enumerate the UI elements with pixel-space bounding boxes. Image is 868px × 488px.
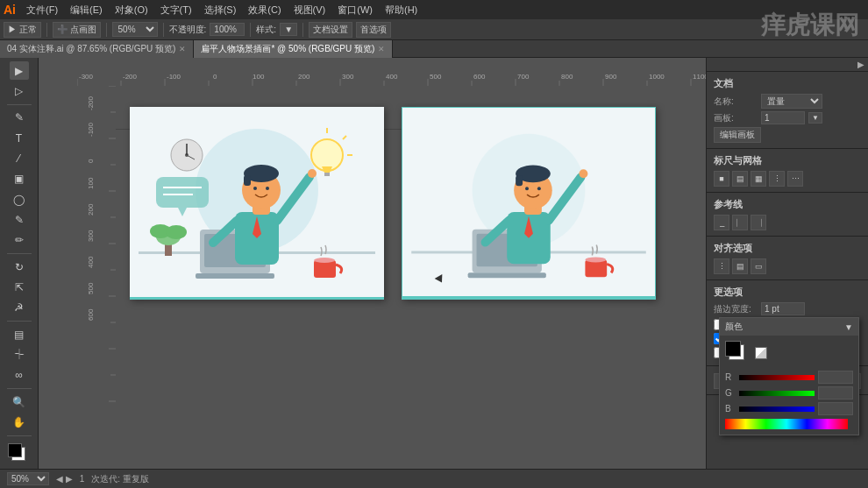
panel-collapse-btn[interactable]: ▶ — [857, 60, 864, 69]
snap-icon-3[interactable]: ▭ — [751, 258, 766, 274]
rulers-icon-1[interactable]: ■ — [714, 171, 729, 187]
svg-rect-77 — [156, 177, 209, 208]
status-pages-label: 次迭代: 重复版 — [91, 473, 149, 485]
tool-rotate[interactable]: ↻ — [10, 258, 29, 276]
rulers-icon-4[interactable]: ⋮ — [769, 171, 785, 187]
color-panel-collapse[interactable]: ▼ — [844, 322, 853, 332]
b-slider[interactable] — [739, 407, 815, 412]
menu-help[interactable]: 帮助(H) — [380, 2, 423, 18]
tool-eyedropper[interactable]: ⏆ — [10, 345, 29, 364]
panel-name-select[interactable]: 置量 — [761, 94, 822, 109]
svg-text:1000: 1000 — [649, 73, 665, 81]
svg-text:1100: 1100 — [693, 73, 706, 81]
tab-1[interactable]: 04 实体注释.ai @ 87.65% (RGB/GPU 预览) ✕ — [0, 40, 194, 58]
tool-blend[interactable]: ∞ — [10, 366, 29, 385]
b-input[interactable] — [818, 402, 853, 415]
menu-view[interactable]: 视图(V) — [288, 2, 331, 18]
left-toolbar: ▶ ▷ ✎ T ∕ ▣ ◯ ✎ ✏ ↻ ⇱ ☭ ▤ ⏆ ∞ 🔍 ✋ — [0, 58, 39, 488]
svg-point-67 — [253, 187, 257, 190]
panel-snap-title: 对齐选项 — [714, 242, 861, 255]
panel-rulers-section: 标尺与网格 ■ ▤ ▦ ⋮ ⋯ — [707, 149, 868, 193]
tool-brush[interactable]: ✎ — [10, 210, 29, 229]
tool-separator-3 — [7, 321, 32, 322]
guides-icon-2[interactable]: ⎸ — [732, 215, 748, 230]
menu-file[interactable]: 文件(F) — [21, 2, 63, 18]
doc-settings-btn[interactable]: 文档设置 — [309, 22, 352, 38]
toolbar-mode-selector[interactable]: ▶ 正常 — [4, 22, 41, 38]
tool-zoom[interactable]: 🔍 — [10, 393, 29, 411]
svg-rect-101 — [516, 175, 523, 186]
tool-gradient[interactable]: ▤ — [10, 325, 29, 343]
canvas-content[interactable]: -300 -200 -100 0 100 200 300 400 500 600… — [77, 72, 706, 469]
svg-text:800: 800 — [561, 73, 573, 81]
tool-pen[interactable]: ✎ — [10, 109, 29, 127]
panel-name-label: 名称: — [714, 95, 758, 108]
svg-point-102 — [525, 187, 529, 190]
svg-point-72 — [311, 139, 343, 171]
tool-hand[interactable]: ✋ — [10, 413, 29, 431]
status-pages: ◀ ▶ — [56, 474, 73, 484]
svg-text:400: 400 — [87, 256, 95, 268]
tool-warp[interactable]: ☭ — [10, 299, 29, 317]
canvas-area[interactable]: /* ruler ticks rendered below */ — [39, 58, 706, 488]
edit-artboard-btn[interactable]: 编辑画板 — [714, 127, 761, 143]
svg-rect-81 — [314, 260, 336, 278]
tool-pencil[interactable]: ✏ — [10, 231, 29, 250]
svg-rect-60 — [196, 273, 274, 279]
stroke-input[interactable] — [761, 302, 805, 315]
color-panel-titlebar[interactable]: 颜色 ▼ — [720, 318, 858, 336]
svg-point-103 — [537, 187, 541, 190]
menu-select[interactable]: 选择(S) — [199, 2, 242, 18]
opacity-input[interactable] — [210, 23, 245, 36]
guides-icon-1[interactable]: ⎯ — [714, 215, 729, 230]
tool-scale[interactable]: ⇱ — [10, 278, 29, 296]
menu-bar: Ai 文件(F) 编辑(E) 对象(O) 文字(T) 选择(S) 效果(C) 视… — [0, 0, 868, 19]
tab-2-close[interactable]: ✕ — [378, 45, 385, 53]
rulers-icon-3[interactable]: ▦ — [751, 171, 766, 187]
panel-down-btn[interactable]: ▼ — [808, 112, 822, 124]
zoom-select[interactable]: 50%100%200% — [112, 22, 158, 37]
menu-object[interactable]: 对象(O) — [110, 2, 153, 18]
snap-icon-1[interactable]: ⋮ — [714, 258, 729, 274]
svg-text:200: 200 — [87, 203, 95, 216]
tool-select[interactable]: ▶ — [10, 61, 29, 80]
preferences-btn[interactable]: 首选项 — [356, 22, 391, 38]
g-input[interactable] — [818, 386, 853, 400]
tool-rect[interactable]: ▣ — [10, 170, 29, 188]
svg-text:-100: -100 — [87, 122, 95, 137]
menu-window[interactable]: 窗口(W) — [332, 2, 378, 18]
tab-2[interactable]: 扁平人物场景插画* @ 50% (RGB/GPU 预览) ✕ — [194, 40, 393, 58]
fill-swatch[interactable] — [725, 341, 741, 357]
tab-1-label: 04 实体注释.ai @ 87.65% (RGB/GPU 预览) — [7, 43, 175, 55]
snap-icon-2[interactable]: ▤ — [732, 258, 748, 274]
guides-icon-3[interactable]: ⎹ — [751, 215, 766, 230]
tool-type[interactable]: T — [10, 129, 29, 147]
menu-effect[interactable]: 效果(C) — [243, 2, 286, 18]
r-input[interactable] — [818, 371, 853, 384]
page-2[interactable] — [402, 107, 656, 300]
tool-ellipse[interactable]: ◯ — [10, 190, 29, 209]
zoom-status-select[interactable]: 50% 100% — [7, 472, 49, 485]
rulers-icon-5[interactable]: ⋯ — [787, 171, 803, 187]
toolbar-view-btn[interactable]: ➕ 点画图 — [53, 22, 101, 38]
status-page-num: 1 — [80, 474, 85, 484]
color-swatches[interactable] — [8, 443, 31, 465]
color-spectrum[interactable] — [725, 419, 848, 429]
tool-direct-select[interactable]: ▷ — [10, 81, 29, 100]
tool-line[interactable]: ∕ — [10, 149, 29, 167]
svg-text:100: 100 — [87, 177, 95, 189]
panel-pages-input[interactable] — [761, 111, 805, 124]
tool-separator-1 — [7, 104, 32, 105]
tool-separator-4 — [7, 388, 32, 389]
svg-text:900: 900 — [605, 73, 617, 81]
tab-1-close[interactable]: ✕ — [179, 45, 186, 53]
none-swatch[interactable] — [755, 347, 767, 359]
g-slider[interactable] — [739, 391, 815, 396]
toolbar-separator-5 — [302, 23, 303, 37]
b-label: B — [725, 404, 736, 414]
rulers-icon-2[interactable]: ▤ — [732, 171, 748, 187]
menu-type[interactable]: 文字(T) — [155, 2, 197, 18]
r-slider[interactable] — [739, 375, 815, 380]
menu-edit[interactable]: 编辑(E) — [65, 2, 108, 18]
style-selector[interactable]: ▼ — [280, 23, 297, 36]
